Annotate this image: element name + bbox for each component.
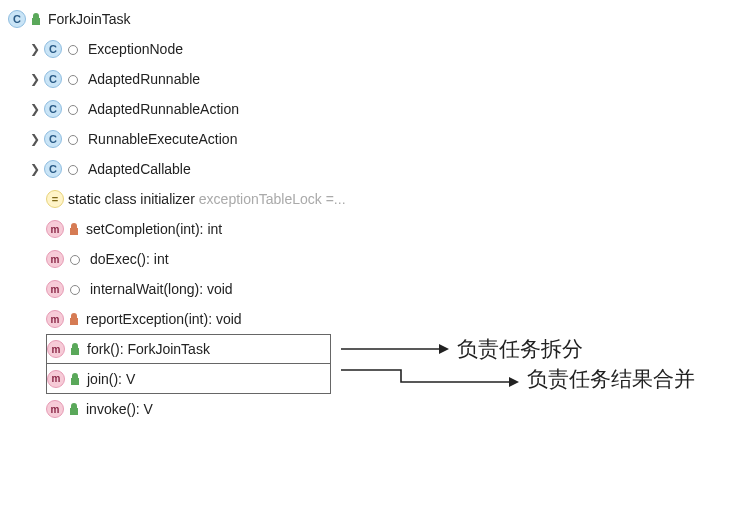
method-row[interactable]: fork(): ForkJoinTask [46,334,331,364]
public-icon [69,372,81,386]
expand-arrow-icon[interactable]: ❯ [28,162,42,176]
class-icon [44,160,62,178]
method-row[interactable]: invoke(): V [6,394,695,424]
method-row[interactable]: doExec(): int [6,244,695,274]
class-icon [44,70,62,88]
method-icon [46,310,64,328]
package-icon [70,285,80,295]
method-label: join(): V [87,371,135,387]
inner-class-row[interactable]: ❯AdaptedRunnableAction [6,94,695,124]
class-icon [44,100,62,118]
annotation-fork-text: 负责任务拆分 [457,335,583,363]
package-icon [68,105,78,115]
structure-tree: ForkJoinTask ❯ExceptionNode❯AdaptedRunna… [6,4,695,424]
arrow-bent-icon [341,368,521,390]
static-initializer-label: static class initializer [68,191,195,207]
method-label: internalWait(long): void [90,281,233,297]
class-icon [8,10,26,28]
method-row[interactable]: reportException(int): void [6,304,695,334]
private-icon [68,222,80,236]
public-icon [68,402,80,416]
inner-class-row[interactable]: ❯AdaptedCallable [6,154,695,184]
inner-class-label: AdaptedRunnable [88,71,200,87]
package-icon [68,75,78,85]
fork-join-block: fork(): ForkJoinTaskjoin(): V [6,334,331,394]
root-class-label: ForkJoinTask [48,11,130,27]
arrow-icon [341,342,451,356]
expand-arrow-icon[interactable]: ❯ [28,42,42,56]
package-icon [70,255,80,265]
inner-class-label: AdaptedRunnableAction [88,101,239,117]
expand-arrow-icon[interactable]: ❯ [28,72,42,86]
method-label: reportException(int): void [86,311,242,327]
class-icon [44,130,62,148]
expand-arrow-icon[interactable]: ❯ [28,132,42,146]
static-initializer-icon [46,190,64,208]
public-icon [30,12,42,26]
package-icon [68,135,78,145]
method-row[interactable]: setCompletion(int): int [6,214,695,244]
method-label: doExec(): int [90,251,169,267]
svg-marker-2 [509,377,519,387]
package-icon [68,45,78,55]
annotation-join-text: 负责任务结果合并 [527,365,695,393]
package-icon [68,165,78,175]
svg-marker-1 [439,344,449,354]
static-initializer-row[interactable]: static class initializer exceptionTableL… [6,184,695,214]
method-icon [46,250,64,268]
method-row[interactable]: join(): V [46,364,331,394]
private-icon [68,312,80,326]
inner-class-row[interactable]: ❯ExceptionNode [6,34,695,64]
public-icon [69,342,81,356]
annotation-join: 负责任务结果合并 [341,364,695,394]
inner-class-row[interactable]: ❯RunnableExecuteAction [6,124,695,154]
method-icon [46,400,64,418]
expand-arrow-icon[interactable]: ❯ [28,102,42,116]
class-icon [44,40,62,58]
static-initializer-detail: exceptionTableLock =... [199,191,346,207]
tree-root-row[interactable]: ForkJoinTask [6,4,695,34]
method-label: fork(): ForkJoinTask [87,341,210,357]
method-icon [47,370,65,388]
inner-class-label: ExceptionNode [88,41,183,57]
method-row[interactable]: internalWait(long): void [6,274,695,304]
inner-class-row[interactable]: ❯AdaptedRunnable [6,64,695,94]
method-icon [46,280,64,298]
method-label: invoke(): V [86,401,153,417]
annotations: 负责任务拆分 负责任务结果合并 [341,334,695,394]
inner-class-label: AdaptedCallable [88,161,191,177]
method-label: setCompletion(int): int [86,221,222,237]
annotation-fork: 负责任务拆分 [341,334,695,364]
method-icon [47,340,65,358]
method-icon [46,220,64,238]
inner-class-label: RunnableExecuteAction [88,131,237,147]
